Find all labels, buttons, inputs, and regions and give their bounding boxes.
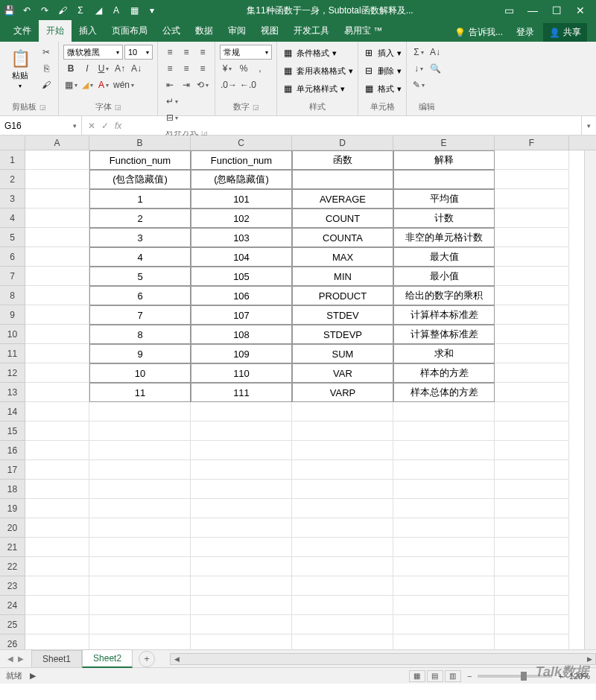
- row-header[interactable]: 15: [0, 421, 25, 441]
- cell[interactable]: (包含隐藏值): [89, 170, 191, 189]
- cell[interactable]: 10: [89, 363, 191, 383]
- row-header[interactable]: 14: [0, 402, 25, 421]
- cell[interactable]: [25, 615, 89, 634]
- col-header-c[interactable]: C: [191, 136, 292, 150]
- row-header[interactable]: 3: [0, 189, 25, 209]
- cell[interactable]: 105: [191, 267, 292, 286]
- normal-view-icon[interactable]: ▦: [409, 670, 425, 682]
- font-color-button[interactable]: A: [96, 77, 111, 92]
- cell[interactable]: STDEV: [292, 305, 393, 325]
- tab-review[interactable]: 审阅: [221, 20, 253, 42]
- cell[interactable]: [25, 634, 89, 649]
- cell[interactable]: [495, 228, 569, 247]
- row-header[interactable]: 5: [0, 228, 25, 247]
- sigma-icon[interactable]: Σ: [74, 4, 86, 16]
- conditional-format-button[interactable]: ▦条件格式 ▾: [282, 45, 337, 61]
- redo-icon[interactable]: ↷: [39, 4, 51, 16]
- font-size-select[interactable]: 10▾: [124, 45, 153, 60]
- clipboard-launcher-icon[interactable]: ◲: [39, 104, 46, 111]
- cell[interactable]: 8: [89, 325, 191, 344]
- cell-styles-button[interactable]: ▦单元格样式 ▾: [282, 80, 345, 97]
- cell[interactable]: [25, 267, 89, 286]
- cell[interactable]: [393, 518, 495, 538]
- page-break-view-icon[interactable]: ▥: [445, 670, 461, 682]
- zoom-in-icon[interactable]: +: [558, 672, 562, 681]
- bold-button[interactable]: B: [63, 61, 78, 76]
- font-launcher-icon[interactable]: ◲: [115, 104, 121, 111]
- find-icon[interactable]: 🔍: [428, 61, 443, 76]
- row-header[interactable]: 24: [0, 596, 25, 615]
- row-header[interactable]: 26: [0, 634, 25, 649]
- cell[interactable]: [191, 634, 292, 649]
- sheet-tab-1[interactable]: Sheet1: [31, 650, 82, 667]
- cell[interactable]: 111: [191, 383, 292, 402]
- page-layout-view-icon[interactable]: ▤: [427, 670, 443, 682]
- fill-color-icon[interactable]: ◢: [92, 4, 104, 16]
- cell[interactable]: [89, 538, 191, 557]
- cell[interactable]: [191, 441, 292, 460]
- cell[interactable]: [25, 421, 89, 441]
- cell[interactable]: [495, 344, 569, 363]
- row-header[interactable]: 23: [0, 576, 25, 596]
- cell[interactable]: [292, 441, 393, 460]
- increase-font-icon[interactable]: A↑: [112, 61, 127, 76]
- align-middle-icon[interactable]: ≡: [179, 45, 194, 60]
- cell[interactable]: [495, 441, 569, 460]
- number-format-select[interactable]: 常规▾: [220, 45, 272, 60]
- cell[interactable]: [292, 538, 393, 557]
- col-header-d[interactable]: D: [292, 136, 393, 150]
- macro-record-icon[interactable]: ▶: [30, 671, 36, 681]
- cell[interactable]: [191, 538, 292, 557]
- cell[interactable]: [495, 150, 569, 170]
- cell[interactable]: [89, 557, 191, 576]
- hscroll-right-icon[interactable]: ▶: [583, 654, 595, 664]
- cell[interactable]: 样本总体的方差: [393, 383, 495, 402]
- cell[interactable]: 计数: [393, 209, 495, 228]
- cell[interactable]: [393, 441, 495, 460]
- decrease-decimal-icon[interactable]: ←.0: [239, 77, 257, 92]
- tab-developer[interactable]: 开发工具: [286, 20, 337, 42]
- cell[interactable]: [89, 460, 191, 480]
- tab-view[interactable]: 视图: [253, 20, 286, 42]
- align-top-icon[interactable]: ≡: [162, 45, 177, 60]
- delete-cells-button[interactable]: ⊟删除 ▾: [363, 63, 402, 79]
- cell[interactable]: [495, 286, 569, 305]
- cell[interactable]: COUNT: [292, 209, 393, 228]
- cell[interactable]: [25, 209, 89, 228]
- cell[interactable]: STDEVP: [292, 325, 393, 344]
- cell[interactable]: 非空的单元格计数: [393, 228, 495, 247]
- cell[interactable]: [191, 615, 292, 634]
- cell[interactable]: [25, 480, 89, 499]
- cell[interactable]: [25, 228, 89, 247]
- cell[interactable]: [292, 460, 393, 480]
- ribbon-options-icon[interactable]: ▭: [502, 4, 516, 17]
- cell[interactable]: [25, 344, 89, 363]
- row-header[interactable]: 8: [0, 286, 25, 305]
- row-header[interactable]: 18: [0, 480, 25, 499]
- cell[interactable]: [393, 557, 495, 576]
- row-header[interactable]: 21: [0, 538, 25, 557]
- sort-icon[interactable]: A↓: [428, 45, 443, 60]
- minimize-icon[interactable]: —: [526, 4, 539, 17]
- cell[interactable]: [25, 286, 89, 305]
- clear-icon[interactable]: ✎: [411, 77, 426, 92]
- formula-expand-icon[interactable]: ▾: [581, 116, 596, 135]
- cell[interactable]: (忽略隐藏值): [191, 170, 292, 189]
- tell-me[interactable]: 💡告诉我...: [450, 23, 507, 42]
- cell[interactable]: [495, 576, 569, 596]
- zoom-level[interactable]: 120%: [569, 672, 590, 681]
- comma-icon[interactable]: ,: [253, 61, 267, 76]
- cell[interactable]: Function_num: [191, 150, 292, 170]
- cell[interactable]: [25, 150, 89, 170]
- cell[interactable]: [495, 634, 569, 649]
- cell[interactable]: 解释: [393, 150, 495, 170]
- cell[interactable]: [25, 499, 89, 518]
- cell[interactable]: [25, 363, 89, 383]
- cell[interactable]: [292, 518, 393, 538]
- cell[interactable]: 7: [89, 305, 191, 325]
- cell[interactable]: [495, 421, 569, 441]
- cell[interactable]: [25, 557, 89, 576]
- cell[interactable]: 109: [191, 344, 292, 363]
- font-color-icon[interactable]: A: [110, 4, 122, 16]
- cell[interactable]: [89, 421, 191, 441]
